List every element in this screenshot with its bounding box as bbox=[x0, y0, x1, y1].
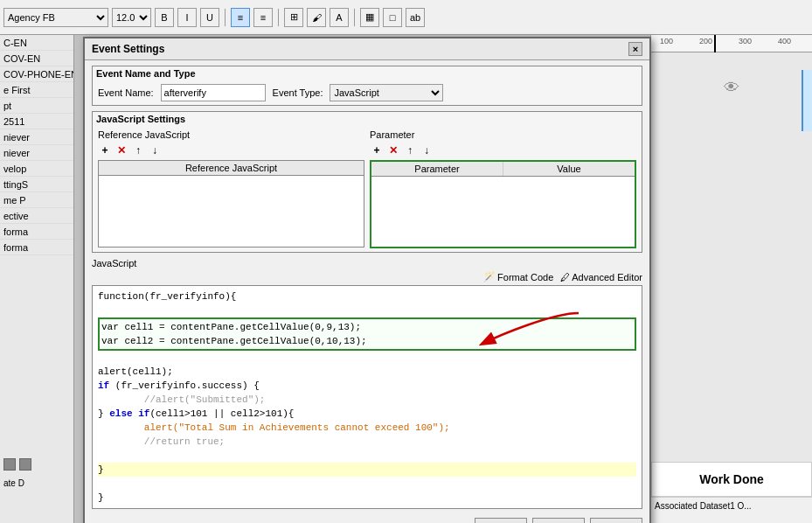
event-name-type-content: Event Name: Event Type: JavaScript bbox=[93, 80, 642, 105]
editor-icon: 🖊 bbox=[560, 272, 570, 282]
code-highlight-wrapper: var cell1 = contentPane.getCellValue(0,9… bbox=[98, 317, 636, 351]
sidebar-item-5[interactable]: pt bbox=[0, 98, 73, 114]
align-center-button[interactable]: ≡ bbox=[253, 8, 273, 27]
associated-label: Associated Dataset1 O... bbox=[655, 501, 752, 511]
event-type-select[interactable]: JavaScript bbox=[330, 84, 443, 101]
code-line-6: alert(cell1); bbox=[98, 365, 636, 379]
format-code-link[interactable]: 🪄 Format Code bbox=[483, 271, 553, 282]
param-col1-header: Parameter bbox=[371, 162, 503, 176]
param-col2-header: Value bbox=[503, 162, 635, 176]
code-wrapper: function(fr_verifyinfo){ var cell1 = con… bbox=[92, 285, 642, 509]
dialog-footer: OK Cancel Help bbox=[85, 514, 649, 523]
ref-js-toolbar: + ✕ ↑ ↓ bbox=[98, 143, 364, 157]
code-line-5 bbox=[98, 351, 636, 365]
sidebar-item-1[interactable]: C-EN bbox=[0, 35, 73, 51]
code-line-9: } else if(cell1>101 || cell2>101){ bbox=[98, 407, 636, 421]
advanced-editor-label: Advanced Editor bbox=[572, 272, 642, 282]
code-line-14 bbox=[98, 477, 636, 491]
event-type-label: Event Type: bbox=[273, 87, 323, 98]
js-settings-section: JavaScript Settings Reference JavaScript… bbox=[92, 111, 642, 253]
ruler-label-200: 200 bbox=[699, 37, 712, 45]
ref-js-body bbox=[99, 176, 364, 246]
code-line-15: } bbox=[98, 491, 636, 505]
ok-button[interactable]: OK bbox=[475, 518, 527, 523]
ref-js-down-btn[interactable]: ↓ bbox=[148, 143, 162, 157]
code-line-8: //alert("Submitted"); bbox=[98, 393, 636, 407]
advanced-editor-link[interactable]: 🖊 Advanced Editor bbox=[560, 272, 642, 282]
code-line-4: var cell2 = contentPane.getCellValue(0,1… bbox=[101, 334, 633, 348]
separator-1 bbox=[225, 9, 226, 26]
sidebar-item-9[interactable]: velop bbox=[0, 161, 73, 177]
js-settings-legend: JavaScript Settings bbox=[93, 112, 642, 126]
font-size-select[interactable]: 12.0 bbox=[112, 8, 151, 27]
code-line-10: alert("Total Sum in Achievements cannot … bbox=[98, 421, 636, 435]
associated-row: Associated Dataset1 O... bbox=[651, 497, 812, 523]
work-done-label: Work Done bbox=[699, 472, 764, 486]
right-content: 👁 Work Done Associated Dataset1 O... bbox=[651, 52, 812, 523]
main-toolbar: Agency FB 12.0 B I U ≡ ≡ ⊞ 🖌 A ▦ □ ab bbox=[0, 0, 812, 35]
param-delete-btn[interactable]: ✕ bbox=[386, 143, 400, 157]
help-button[interactable]: Help bbox=[590, 518, 642, 523]
ref-js-up-btn[interactable]: ↑ bbox=[131, 143, 145, 157]
ruler-label-300: 300 bbox=[739, 37, 752, 45]
js-code-toolbar: 🪄 Format Code 🖊 Advanced Editor bbox=[92, 271, 642, 282]
param-add-btn[interactable]: + bbox=[370, 143, 384, 157]
event-name-type-legend: Event Name and Type bbox=[93, 66, 642, 80]
event-name-type-section: Event Name and Type Event Name: Event Ty… bbox=[92, 66, 642, 106]
border-button[interactable]: □ bbox=[383, 8, 402, 27]
dialog-titlebar: Event Settings × bbox=[85, 38, 649, 60]
sidebar-item-11[interactable]: me P bbox=[0, 192, 73, 208]
sidebar-item-3[interactable]: COV-PHONE-EN bbox=[0, 66, 73, 82]
hidden-icon: 👁 bbox=[724, 79, 739, 97]
bold-button[interactable]: B bbox=[155, 8, 174, 27]
table-button[interactable]: ▦ bbox=[360, 8, 379, 27]
code-line-3: var cell1 = contentPane.getCellValue(0,9… bbox=[101, 320, 633, 334]
italic-button[interactable]: I bbox=[177, 8, 197, 27]
js-code-label: JavaScript bbox=[92, 258, 642, 268]
align-left-button[interactable]: ≡ bbox=[231, 8, 250, 27]
right-area: 100 200 300 400 👁 Work Done Associated D… bbox=[650, 35, 812, 523]
param-toolbar: + ✕ ↑ ↓ bbox=[370, 143, 636, 157]
dialog-title: Event Settings bbox=[92, 43, 164, 55]
dialog-body: Event Name and Type Event Name: Event Ty… bbox=[85, 60, 649, 514]
event-name-label: Event Name: bbox=[98, 87, 154, 98]
sidebar-item-4[interactable]: e First bbox=[0, 82, 73, 98]
ruler-label-100: 100 bbox=[660, 37, 673, 45]
code-line-2 bbox=[98, 303, 636, 317]
ref-js-panel: Reference JavaScript + ✕ ↑ ↓ Reference J… bbox=[98, 129, 364, 248]
code-editor[interactable]: function(fr_verifyinfo){ var cell1 = con… bbox=[92, 285, 642, 509]
font-color-button[interactable]: A bbox=[330, 8, 349, 27]
cell-highlight bbox=[802, 70, 812, 131]
dialog-close-button[interactable]: × bbox=[628, 42, 642, 56]
font-select[interactable]: Agency FB bbox=[3, 8, 108, 27]
grid-button[interactable]: ⊞ bbox=[284, 8, 303, 27]
code-line-12 bbox=[98, 449, 636, 463]
cancel-button[interactable]: Cancel bbox=[532, 518, 585, 523]
sidebar-icon-2[interactable] bbox=[19, 458, 31, 471]
underline-button[interactable]: U bbox=[200, 8, 219, 27]
ruler: 100 200 300 400 bbox=[651, 35, 812, 52]
sidebar-label-d: ate D bbox=[3, 478, 24, 488]
sidebar-item-12[interactable]: ective bbox=[0, 208, 73, 224]
param-up-btn[interactable]: ↑ bbox=[403, 143, 417, 157]
param-down-btn[interactable]: ↓ bbox=[420, 143, 434, 157]
sidebar-icon-1[interactable] bbox=[3, 458, 16, 471]
event-name-row: Event Name: Event Type: JavaScript bbox=[98, 84, 636, 101]
ref-js-add-btn[interactable]: + bbox=[98, 143, 112, 157]
paint-button[interactable]: 🖌 bbox=[307, 8, 326, 27]
sidebar-item-10[interactable]: ttingS bbox=[0, 177, 73, 192]
format-code-label: Format Code bbox=[497, 272, 553, 282]
code-line-13: } bbox=[98, 463, 636, 477]
sidebar-item-6[interactable]: 2511 bbox=[0, 114, 73, 129]
code-line-1: function(fr_verifyinfo){ bbox=[98, 289, 636, 303]
sidebar-item-2[interactable]: COV-EN bbox=[0, 51, 73, 66]
ab-button[interactable]: ab bbox=[406, 8, 425, 27]
event-name-input[interactable] bbox=[161, 84, 266, 101]
work-done-cell: Work Done bbox=[651, 462, 812, 497]
ruler-label-400: 400 bbox=[778, 37, 791, 45]
ref-js-delete-btn[interactable]: ✕ bbox=[115, 143, 128, 157]
sidebar-item-8[interactable]: niever bbox=[0, 145, 73, 161]
sidebar-item-13[interactable]: forma bbox=[0, 224, 73, 240]
sidebar-item-7[interactable]: niever bbox=[0, 129, 73, 145]
sidebar-item-14[interactable]: forma bbox=[0, 240, 73, 255]
